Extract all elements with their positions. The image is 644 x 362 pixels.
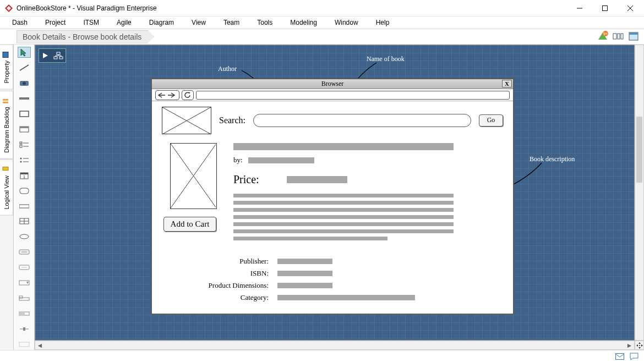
svg-line-17	[20, 65, 29, 70]
wireframe-refresh-button[interactable]	[182, 90, 194, 100]
menu-bar: Dash Project ITSM Agile Diagram View Tea…	[0, 17, 644, 29]
wireframe-logo-placeholder[interactable]	[162, 107, 211, 134]
svg-point-66	[639, 345, 640, 346]
breadcrumb[interactable]: Book Details - Browse book details	[17, 30, 154, 43]
sidetab-diagram-backlog[interactable]: Diagram Backlog	[0, 91, 13, 159]
tool-button[interactable]	[18, 246, 31, 257]
svg-rect-9	[618, 34, 620, 39]
tool-empty[interactable]	[18, 339, 31, 350]
svg-rect-36	[19, 205, 29, 208]
publisher-value-placeholder	[277, 259, 332, 264]
scrollbar-track[interactable]	[45, 341, 625, 349]
go-button[interactable]: Go	[479, 114, 503, 127]
svg-rect-49	[19, 312, 25, 315]
svg-text:9+: 9+	[603, 32, 608, 36]
status-bar	[0, 350, 644, 362]
window-title: OnlineBookStore * - Visual Paradigm Ente…	[17, 4, 157, 12]
svg-rect-55	[59, 57, 63, 59]
tool-tabs[interactable]	[18, 293, 31, 304]
svg-rect-35	[20, 188, 29, 194]
tool-rect[interactable]	[18, 108, 31, 119]
menu-agile[interactable]: Agile	[108, 17, 140, 28]
panel-icon[interactable]	[627, 30, 640, 42]
sidetab-logical-label: Logical View	[3, 175, 10, 210]
wireframe-browser-window[interactable]: Browser X	[151, 78, 514, 315]
layout-icon[interactable]	[612, 30, 624, 42]
vertical-scrollbar[interactable]	[635, 45, 644, 341]
svg-rect-3	[603, 6, 608, 10]
tool-calendar-icon[interactable]: 1	[18, 170, 31, 181]
tool-progress[interactable]	[18, 308, 31, 319]
chat-icon[interactable]	[630, 353, 638, 360]
sidetab-backlog-label: Diagram Backlog	[3, 107, 10, 153]
tool-table[interactable]	[18, 216, 31, 227]
svg-rect-13	[3, 52, 9, 58]
mail-icon[interactable]	[615, 353, 624, 360]
search-input[interactable]	[253, 114, 471, 127]
scroll-left-icon[interactable]: ◄	[35, 341, 45, 349]
tool-panel[interactable]	[18, 124, 31, 135]
app-icon	[4, 4, 13, 13]
tool-camera-icon[interactable]	[18, 78, 31, 89]
canvas-toolbar[interactable]	[39, 48, 66, 63]
scroll-right-icon[interactable]: ►	[625, 341, 634, 349]
maximize-button[interactable]	[592, 0, 618, 17]
dimensions-value-placeholder	[277, 283, 332, 288]
svg-rect-51	[23, 327, 25, 331]
menu-diagram[interactable]: Diagram	[140, 17, 183, 28]
svg-point-28	[20, 157, 21, 159]
menu-tools[interactable]: Tools	[248, 17, 281, 28]
isbn-value-placeholder	[277, 271, 332, 276]
menu-help[interactable]: Help	[367, 17, 399, 28]
tool-slider[interactable]	[18, 323, 31, 334]
menu-project[interactable]: Project	[36, 17, 74, 28]
price-placeholder	[287, 176, 347, 183]
minimize-button[interactable]	[567, 0, 592, 17]
menu-modeling[interactable]: Modeling	[281, 17, 326, 28]
tool-rounded[interactable]	[18, 185, 31, 196]
tool-checklist[interactable]	[18, 139, 31, 150]
menu-window[interactable]: Window	[326, 17, 367, 28]
by-label: by:	[233, 156, 243, 164]
tool-list[interactable]	[18, 155, 31, 166]
svg-rect-23	[20, 127, 29, 128]
tool-combo[interactable]	[18, 277, 31, 288]
backlog-icon	[3, 97, 10, 105]
logical-view-icon	[3, 166, 10, 173]
menu-dash[interactable]: Dash	[3, 17, 36, 28]
book-cover-placeholder[interactable]	[170, 143, 217, 209]
svg-rect-54	[54, 57, 57, 59]
tool-field[interactable]	[18, 262, 31, 273]
wireframe-titlebar[interactable]: Browser X	[152, 79, 513, 89]
add-to-cart-button[interactable]: Add to Cart	[163, 217, 217, 232]
scrollbar-thumb[interactable]	[636, 117, 642, 183]
wireframe-title: Browser	[321, 80, 344, 87]
svg-rect-12	[629, 32, 638, 35]
horizontal-scrollbar[interactable]: ◄ ►	[35, 341, 635, 350]
wireframe-toolbar	[152, 89, 513, 101]
menu-team[interactable]: Team	[215, 17, 248, 28]
price-label: Price:	[233, 173, 259, 186]
wireframe-url-bar[interactable]	[196, 91, 510, 100]
tool-cursor[interactable]	[18, 47, 31, 58]
search-label: Search:	[219, 116, 245, 125]
svg-point-40	[20, 234, 29, 239]
close-button[interactable]	[618, 0, 643, 17]
tool-line[interactable]	[18, 62, 31, 73]
menu-itsm[interactable]: ITSM	[74, 17, 108, 28]
pan-handle-icon[interactable]	[635, 341, 644, 350]
category-value-placeholder	[277, 295, 415, 300]
notification-icon[interactable]: 9+	[597, 30, 609, 42]
sidetab-property[interactable]: Property	[0, 45, 13, 90]
sidetab-logical-view[interactable]: Logical View	[0, 160, 13, 216]
wireframe-close-button[interactable]: X	[502, 80, 512, 87]
menu-view[interactable]: View	[183, 17, 215, 28]
tool-input[interactable]	[18, 201, 31, 212]
svg-rect-20	[19, 97, 29, 100]
diagram-canvas[interactable]: Author Name of book Book description Bro…	[35, 45, 635, 341]
wireframe-nav-buttons[interactable]	[155, 90, 179, 100]
tool-ellipse[interactable]	[18, 231, 31, 242]
tool-label[interactable]	[18, 93, 31, 104]
svg-rect-21	[20, 111, 29, 117]
window-titlebar: OnlineBookStore * - Visual Paradigm Ente…	[0, 0, 644, 17]
